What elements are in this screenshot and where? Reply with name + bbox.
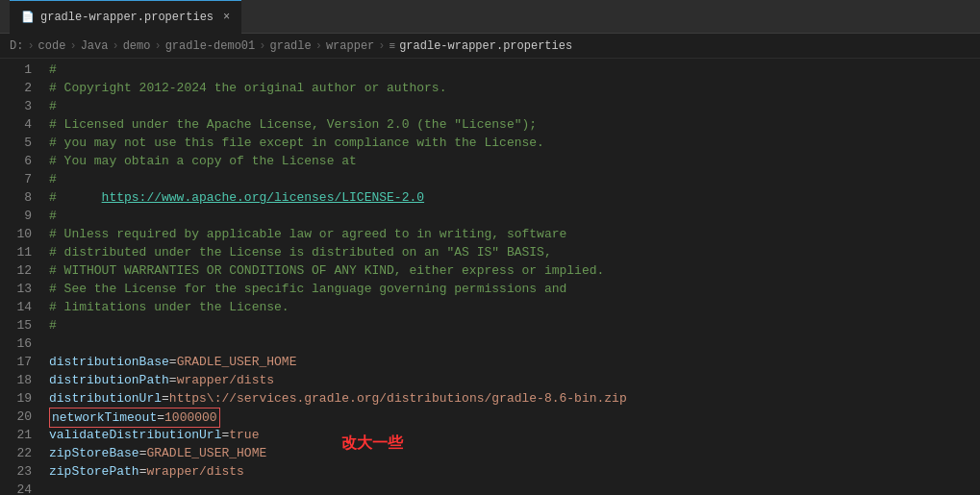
code-line-18: distributionPath=wrapper/dists — [49, 371, 980, 389]
line-num-8: 8 — [0, 188, 43, 207]
breadcrumb-gradle-demo[interactable]: gradle-demo01 — [165, 39, 256, 53]
breadcrumb-gradle[interactable]: gradle — [269, 39, 311, 53]
line-num-3: 3 — [0, 97, 43, 115]
title-bar: 📄 gradle-wrapper.properties × — [0, 0, 980, 34]
code-line-22: zipStoreBase=GRADLE_USER_HOME — [49, 444, 980, 462]
code-line-20: networkTimeout=1000000 — [49, 408, 980, 426]
file-icon: 📄 — [21, 11, 35, 23]
code-line-9: # — [49, 207, 980, 225]
breadcrumb-sep-1: › — [27, 39, 34, 53]
line-num-14: 14 — [0, 298, 43, 316]
breadcrumb-sep-4: › — [154, 39, 161, 53]
code-line-13: # See the License for the specific langu… — [49, 280, 980, 298]
code-content: # # Copyright 2012-2024 the original aut… — [43, 59, 980, 495]
code-line-17: distributionBase=GRADLE_USER_HOME — [49, 353, 980, 371]
code-line-21: validateDistributionUrl=true — [49, 426, 980, 444]
line-num-20: 20 — [0, 408, 43, 426]
breadcrumb: D: › code › Java › demo › gradle-demo01 … — [0, 34, 980, 59]
line-num-19: 19 — [0, 389, 43, 408]
line-numbers-gutter: 1 2 3 4 5 6 7 8 9 10 11 12 13 14 15 16 1… — [0, 59, 43, 495]
code-line-2: # Copyright 2012-2024 the original autho… — [49, 79, 980, 97]
code-line-6: # You may obtain a copy of the License a… — [49, 152, 980, 170]
code-line-7: # — [49, 170, 980, 188]
line-num-24: 24 — [0, 481, 43, 495]
editor-area: 1 2 3 4 5 6 7 8 9 10 11 12 13 14 15 16 1… — [0, 59, 980, 495]
line-num-11: 11 — [0, 243, 43, 261]
breadcrumb-sep-2: › — [69, 39, 76, 53]
breadcrumb-drive[interactable]: D: — [10, 39, 23, 53]
apache-license-link[interactable]: https://www.apache.org/licenses/LICENSE-… — [102, 190, 424, 205]
breadcrumb-sep-5: › — [259, 39, 265, 53]
breadcrumb-sep-7: › — [378, 39, 385, 53]
code-line-1: # — [49, 61, 980, 79]
code-line-14: # limitations under the License. — [49, 298, 980, 316]
line-num-1: 1 — [0, 61, 43, 79]
line-num-23: 23 — [0, 462, 43, 481]
breadcrumb-java[interactable]: Java — [81, 39, 109, 53]
line-num-5: 5 — [0, 134, 43, 152]
line-num-10: 10 — [0, 225, 43, 243]
tab-label: gradle-wrapper.properties — [40, 11, 214, 24]
breadcrumb-file-icon: ≡ — [389, 40, 396, 52]
line-num-22: 22 — [0, 444, 43, 462]
highlighted-property: networkTimeout=1000000 — [49, 408, 220, 428]
breadcrumb-sep-3: › — [112, 39, 118, 53]
code-line-3: # — [49, 97, 980, 115]
code-line-4: # Licensed under the Apache License, Ver… — [49, 115, 980, 134]
line-num-15: 15 — [0, 316, 43, 334]
code-line-24 — [49, 481, 980, 495]
code-line-5: # you may not use this file except in co… — [49, 134, 980, 152]
line-num-2: 2 — [0, 79, 43, 97]
code-line-11: # distributed under the License is distr… — [49, 243, 980, 261]
code-line-19: distributionUrl=https\://services.gradle… — [49, 389, 980, 408]
code-line-12: # WITHOUT WARRANTIES OR CONDITIONS OF AN… — [49, 261, 980, 280]
line-num-21: 21 — [0, 426, 43, 444]
code-line-15: # — [49, 316, 980, 334]
breadcrumb-wrapper[interactable]: wrapper — [326, 39, 374, 53]
line-num-6: 6 — [0, 152, 43, 170]
code-line-23: zipStorePath=wrapper/dists — [49, 462, 980, 481]
editor-tab[interactable]: 📄 gradle-wrapper.properties × — [10, 0, 241, 34]
line-num-9: 9 — [0, 207, 43, 225]
breadcrumb-filename: gradle-wrapper.properties — [399, 39, 572, 53]
line-num-7: 7 — [0, 170, 43, 188]
code-line-8: # https://www.apache.org/licenses/LICENS… — [49, 188, 980, 207]
tab-close-button[interactable]: × — [223, 11, 230, 24]
code-line-10: # Unless required by applicable law or a… — [49, 225, 980, 243]
line-num-16: 16 — [0, 334, 43, 353]
line-num-4: 4 — [0, 115, 43, 134]
line-num-18: 18 — [0, 371, 43, 389]
line-num-17: 17 — [0, 353, 43, 371]
line-num-12: 12 — [0, 261, 43, 280]
line-num-13: 13 — [0, 280, 43, 298]
breadcrumb-demo[interactable]: demo — [123, 39, 151, 53]
breadcrumb-code[interactable]: code — [38, 39, 66, 53]
code-line-16 — [49, 334, 980, 353]
breadcrumb-sep-6: › — [315, 39, 322, 53]
